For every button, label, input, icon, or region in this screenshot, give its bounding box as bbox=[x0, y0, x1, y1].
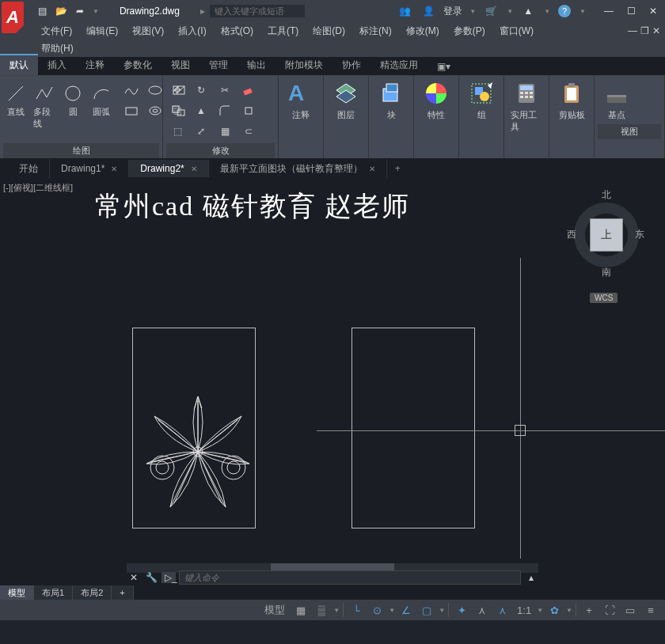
tool-fillet-icon[interactable] bbox=[214, 101, 236, 120]
open-icon[interactable]: 📂 bbox=[54, 4, 68, 18]
tool-erase-icon[interactable] bbox=[238, 81, 260, 100]
tab-close-icon[interactable]: ✕ bbox=[369, 165, 375, 173]
tool-explode-icon[interactable] bbox=[238, 101, 260, 120]
autodesk-icon[interactable]: ▲ bbox=[521, 4, 535, 18]
ribbon-tab-more-icon[interactable]: ▣▾ bbox=[428, 58, 460, 75]
status-ortho-icon[interactable]: └ bbox=[347, 601, 366, 619]
status-add-icon[interactable]: + bbox=[580, 601, 598, 619]
view-label[interactable]: [-][俯视][二维线框] bbox=[3, 182, 73, 194]
command-input[interactable] bbox=[179, 570, 521, 585]
drawing-rect-right[interactable] bbox=[352, 328, 475, 528]
qat-dropdown-icon[interactable]: ▼ bbox=[93, 8, 99, 15]
tool-base[interactable]: 基点 bbox=[598, 78, 636, 124]
doc-tab-blocks[interactable]: 最新平立面图块（磁针教育整理）✕ bbox=[209, 159, 387, 179]
status-transparency-icon[interactable]: ⋏ bbox=[473, 601, 492, 619]
layout-tab-2[interactable]: 布局2 bbox=[73, 585, 112, 600]
status-polar-icon[interactable]: ⊙ bbox=[367, 601, 386, 619]
status-cycling-icon[interactable]: ⋏ bbox=[493, 601, 512, 619]
tool-circle[interactable]: 圆 bbox=[60, 81, 86, 119]
cmd-config-icon[interactable]: 🔧 bbox=[144, 572, 158, 583]
ribbon-tab-param[interactable]: 参数化 bbox=[114, 55, 162, 75]
tool-polyline[interactable]: 多段线 bbox=[32, 81, 57, 131]
tab-close-icon[interactable]: ✕ bbox=[111, 165, 117, 173]
tool-layers[interactable]: 图层 bbox=[327, 78, 365, 124]
minimize-icon[interactable]: — bbox=[602, 4, 616, 18]
doc-tab-drawing2[interactable]: Drawing2*✕ bbox=[129, 160, 208, 177]
tool-clipboard[interactable]: 剪贴板 bbox=[553, 78, 591, 124]
status-snap-icon[interactable]: ▒ bbox=[312, 601, 331, 619]
doc-restore-icon[interactable]: ❐ bbox=[640, 25, 649, 36]
status-custom-icon[interactable]: ≡ bbox=[641, 601, 660, 619]
doc-minimize-icon[interactable]: — bbox=[628, 25, 637, 36]
status-monitor-icon[interactable]: ⛶ bbox=[600, 601, 619, 619]
status-gear-icon[interactable]: ✿ bbox=[545, 601, 564, 619]
ribbon-tab-view[interactable]: 视图 bbox=[162, 55, 200, 75]
share-people-icon[interactable]: 👥 bbox=[397, 4, 412, 18]
login-icon[interactable]: 👤 bbox=[421, 4, 435, 18]
ribbon-tab-annotate[interactable]: 注释 bbox=[76, 55, 114, 75]
tool-mirror-icon[interactable]: ▲ bbox=[190, 101, 212, 120]
layout-tab-1[interactable]: 布局1 bbox=[34, 585, 73, 600]
tool-rotate-icon[interactable]: ↻ bbox=[190, 81, 212, 100]
viewcube-west[interactable]: 西 bbox=[567, 228, 576, 241]
tool-arc[interactable]: 圆弧 bbox=[89, 81, 114, 119]
tool-trim-icon[interactable]: ✂ bbox=[214, 81, 236, 100]
status-clean-icon[interactable]: ▭ bbox=[621, 601, 640, 619]
tool-copy-icon[interactable]: ⿻ bbox=[166, 101, 188, 120]
status-osnap-icon[interactable]: ▢ bbox=[417, 601, 436, 619]
drawing-canvas[interactable]: [-][俯视][二维线框] 常州cad 磁针教育 赵老师 上 北 南 东 西 W… bbox=[0, 179, 665, 600]
search-input[interactable] bbox=[210, 5, 305, 17]
tool-move-icon[interactable]: ✥ bbox=[166, 81, 188, 100]
status-grid-icon[interactable]: ▦ bbox=[291, 601, 310, 619]
menu-tools[interactable]: 工具(T) bbox=[261, 23, 305, 40]
new-icon[interactable]: ▤ bbox=[35, 4, 49, 18]
viewcube[interactable]: 上 北 南 东 西 WCS bbox=[562, 187, 649, 290]
menu-modify[interactable]: 修改(M) bbox=[400, 23, 446, 40]
tool-annotate[interactable]: A 注释 bbox=[282, 78, 320, 124]
status-scale-label[interactable]: 1:1 bbox=[514, 601, 534, 619]
menu-window[interactable]: 窗口(W) bbox=[493, 23, 540, 40]
doc-close-icon[interactable]: ✕ bbox=[652, 25, 660, 36]
menu-view[interactable]: 视图(V) bbox=[126, 23, 170, 40]
cart-icon[interactable]: 🛒 bbox=[484, 4, 498, 18]
new-tab-icon[interactable]: + bbox=[387, 160, 408, 177]
panel-view-title[interactable]: 视图 bbox=[598, 124, 661, 139]
layout-tab-add-icon[interactable]: + bbox=[112, 586, 133, 599]
tool-properties[interactable]: 特性 bbox=[417, 78, 455, 124]
doc-tab-start[interactable]: 开始 bbox=[8, 159, 50, 179]
app-logo[interactable]: A bbox=[2, 2, 24, 33]
viewcube-south[interactable]: 南 bbox=[602, 266, 611, 279]
wcs-label[interactable]: WCS bbox=[590, 293, 618, 303]
login-dropdown-icon[interactable]: ▼ bbox=[469, 8, 476, 15]
status-isodraft-icon[interactable]: ∠ bbox=[397, 601, 416, 619]
ribbon-tab-featured[interactable]: 精选应用 bbox=[370, 55, 428, 75]
ribbon-tab-insert[interactable]: 插入 bbox=[38, 55, 76, 75]
menu-file[interactable]: 文件(F) bbox=[35, 23, 78, 40]
tool-spline-icon[interactable] bbox=[120, 81, 142, 100]
viewcube-north[interactable]: 北 bbox=[602, 188, 611, 202]
status-model[interactable]: 模型 bbox=[260, 601, 290, 619]
menu-help[interactable]: 帮助(H) bbox=[35, 40, 80, 57]
layout-tab-model[interactable]: 模型 bbox=[0, 585, 34, 600]
menu-dim[interactable]: 标注(N) bbox=[353, 23, 398, 40]
panel-draw-title[interactable]: 绘图 bbox=[3, 143, 159, 158]
menu-param[interactable]: 参数(P) bbox=[447, 23, 492, 40]
tool-line[interactable]: 直线 bbox=[3, 81, 28, 119]
tab-close-icon[interactable]: ✕ bbox=[191, 165, 197, 173]
ribbon-tab-output[interactable]: 输出 bbox=[238, 55, 276, 75]
ribbon-tab-default[interactable]: 默认 bbox=[0, 54, 38, 75]
login-label[interactable]: 登录 bbox=[443, 5, 462, 18]
panel-modify-title[interactable]: 修改 bbox=[166, 143, 275, 158]
menu-insert[interactable]: 插入(I) bbox=[172, 23, 212, 40]
doc-tab-drawing1[interactable]: Drawing1*✕ bbox=[50, 160, 129, 177]
cmd-up-icon[interactable]: ▴ bbox=[524, 572, 538, 583]
tool-utilities[interactable]: 实用工具 bbox=[507, 78, 545, 136]
menu-draw[interactable]: 绘图(D) bbox=[306, 23, 352, 40]
ribbon-tab-manage[interactable]: 管理 bbox=[200, 55, 238, 75]
tool-offset-icon[interactable]: ⊂ bbox=[238, 122, 260, 141]
tool-rect-icon[interactable] bbox=[120, 101, 142, 120]
maximize-icon[interactable]: ☐ bbox=[624, 4, 638, 18]
tool-array-icon[interactable]: ▦ bbox=[214, 122, 236, 141]
cmd-close-icon[interactable]: ✕ bbox=[127, 572, 141, 583]
tool-group[interactable]: 组 bbox=[462, 78, 500, 124]
